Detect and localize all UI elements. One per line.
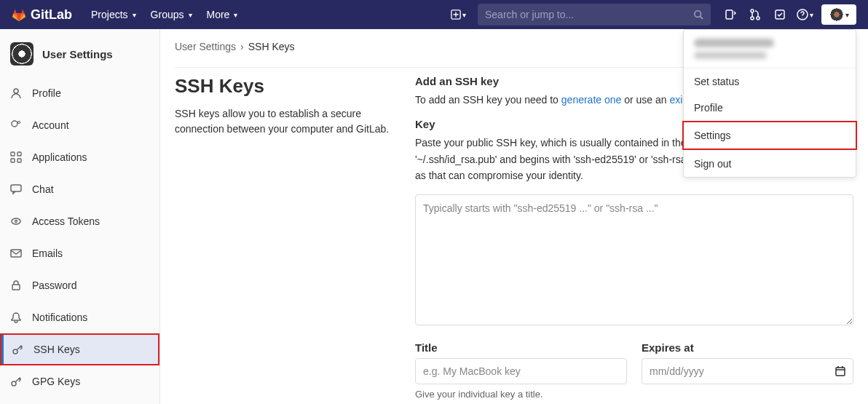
title-field-label: Title: [415, 341, 627, 354]
svg-rect-11: [11, 152, 15, 156]
user-menu-profile[interactable]: Profile: [684, 95, 856, 121]
svg-point-10: [18, 122, 20, 124]
title-hint: Give your individual key a title.: [415, 389, 627, 400]
chevron-right-icon: ›: [240, 41, 244, 52]
sidebar-item-access-tokens[interactable]: Access Tokens: [0, 205, 159, 237]
expires-field-label: Expires at: [642, 341, 853, 354]
lock-icon: [10, 280, 22, 291]
svg-rect-13: [11, 159, 15, 162]
svg-point-16: [12, 218, 20, 224]
svg-point-9: [12, 121, 17, 127]
svg-rect-14: [17, 159, 21, 162]
applications-icon: [10, 151, 22, 163]
svg-rect-18: [11, 250, 21, 257]
nav-search[interactable]: [478, 4, 711, 25]
svg-rect-2: [726, 10, 733, 19]
question-icon: [797, 9, 808, 20]
user-menu-settings[interactable]: Settings: [682, 121, 857, 150]
sidebar-item-password[interactable]: Password: [0, 269, 159, 301]
nav-issues-button[interactable]: [718, 0, 743, 29]
sidebar-item-ssh-keys[interactable]: SSH Keys: [0, 333, 159, 365]
user-name-blur: [694, 39, 774, 47]
sidebar-item-emails[interactable]: Emails: [0, 237, 159, 269]
breadcrumb-root[interactable]: User Settings: [175, 41, 236, 52]
breadcrumb-current: SSH Keys: [248, 41, 295, 52]
email-icon: [10, 247, 22, 259]
sidebar-item-account[interactable]: Account: [0, 109, 159, 141]
brand-text: GitLab: [31, 7, 72, 23]
bell-icon: [10, 312, 22, 323]
search-icon: [693, 9, 703, 20]
sidebar-item-profile[interactable]: Profile: [0, 77, 159, 109]
sidebar-item-gpg-keys[interactable]: GPG Keys: [0, 365, 159, 397]
plus-box-icon: [451, 9, 461, 20]
svg-rect-15: [11, 185, 21, 191]
svg-point-5: [757, 17, 760, 20]
svg-point-17: [15, 221, 17, 223]
todo-icon: [774, 9, 786, 20]
svg-point-8: [14, 89, 18, 93]
sidebar-title: User Settings: [42, 48, 113, 60]
brand-logo[interactable]: GitLab: [12, 7, 72, 23]
sidebar-item-applications[interactable]: Applications: [0, 141, 159, 173]
account-icon: [10, 119, 22, 131]
svg-rect-22: [836, 368, 845, 376]
nav-user-button[interactable]: ▾: [821, 4, 856, 25]
svg-rect-19: [12, 285, 20, 290]
token-icon: [10, 215, 22, 227]
nav-groups[interactable]: Groups: [143, 0, 200, 29]
nav-search-input[interactable]: [485, 9, 693, 20]
sidebar-header: User Settings: [0, 36, 159, 77]
title-input[interactable]: [415, 358, 627, 384]
nav-plus-button[interactable]: [446, 0, 470, 29]
issues-icon: [725, 9, 736, 20]
merge-request-icon: [749, 9, 761, 20]
page-description: SSH keys allow you to establish a secure…: [175, 106, 393, 137]
page-title: SSH Keys: [175, 75, 393, 98]
profile-icon: [10, 87, 22, 99]
sidebar-item-chat[interactable]: Chat: [0, 173, 159, 205]
key-icon: [12, 344, 23, 355]
nav-more[interactable]: More: [200, 0, 245, 29]
main-content: User Settings › SSH Keys SSH Keys SSH ke…: [160, 29, 868, 404]
user-menu-set-status[interactable]: Set status: [684, 68, 856, 95]
svg-rect-12: [17, 152, 21, 156]
nav-todos-button[interactable]: [768, 0, 792, 29]
calendar-icon[interactable]: [835, 365, 846, 377]
nav-help-button[interactable]: [792, 0, 817, 29]
chat-icon: [10, 183, 22, 195]
user-menu-sign-out[interactable]: Sign out: [684, 151, 856, 177]
expires-input[interactable]: [642, 358, 853, 384]
svg-point-4: [751, 17, 754, 20]
sidebar-item-notifications[interactable]: Notifications: [0, 301, 159, 333]
nav-merge-button[interactable]: [743, 0, 768, 29]
user-menu-header: [684, 30, 856, 68]
top-navbar: GitLab Projects Groups More ▾: [0, 0, 868, 29]
svg-point-3: [751, 9, 754, 12]
gitlab-logo-icon: [12, 7, 26, 22]
user-handle-blur: [694, 52, 767, 59]
user-avatar-icon: [10, 42, 33, 66]
svg-point-1: [695, 11, 701, 17]
chevron-down-icon: ▾: [845, 11, 849, 19]
user-dropdown-menu: Set status Profile Settings Sign out: [683, 29, 856, 178]
ssh-key-textarea[interactable]: [415, 194, 853, 325]
user-avatar-icon: [829, 7, 844, 22]
generate-key-link[interactable]: generate one: [561, 94, 622, 106]
settings-sidebar: User Settings Profile Account Applicatio…: [0, 29, 160, 404]
nav-projects[interactable]: Projects: [84, 0, 143, 29]
key-icon: [10, 376, 22, 387]
